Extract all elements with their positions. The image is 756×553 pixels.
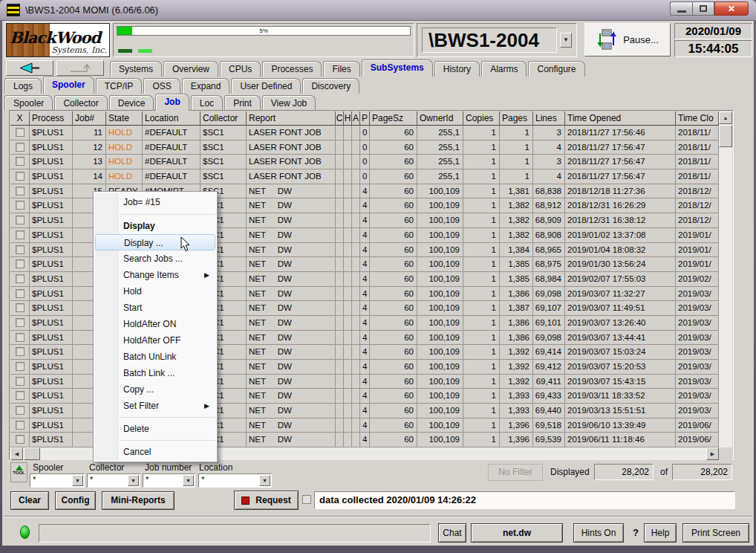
scroll-right-icon[interactable]: ▶ bbox=[706, 447, 719, 460]
row-checkbox[interactable] bbox=[16, 391, 25, 400]
pause-button[interactable]: Pause... bbox=[584, 23, 671, 56]
combo-dropdown-icon[interactable]: ▼ bbox=[259, 475, 270, 486]
column-header-x[interactable]: X bbox=[10, 111, 30, 126]
combo-dropdown-icon[interactable]: ▼ bbox=[183, 475, 194, 486]
column-header-pages[interactable]: Pages bbox=[500, 111, 533, 126]
row-checkbox[interactable] bbox=[16, 245, 25, 254]
column-header-time-opened[interactable]: Time Opened bbox=[565, 111, 676, 126]
filter-combo-location[interactable]: *▼ bbox=[198, 473, 272, 488]
row-checkbox[interactable] bbox=[16, 377, 25, 386]
tab-history[interactable]: History bbox=[434, 61, 480, 77]
vertical-scrollbar[interactable]: ▲ ▼ bbox=[719, 111, 732, 460]
row-checkbox[interactable] bbox=[16, 143, 25, 152]
help-button[interactable]: Help bbox=[644, 523, 677, 543]
row-checkbox[interactable] bbox=[16, 318, 25, 327]
chat-button[interactable]: Chat bbox=[438, 523, 466, 543]
menu-item-cancel[interactable]: Cancel bbox=[94, 444, 217, 460]
column-header-h[interactable]: H bbox=[344, 111, 352, 126]
menu-item-display[interactable]: Display bbox=[94, 218, 217, 234]
menu-item-search-jobs-[interactable]: Search Jobs ... bbox=[94, 250, 217, 267]
menu-item-batch-link-[interactable]: Batch Link ... bbox=[94, 365, 217, 381]
close-button[interactable]: ✕ bbox=[714, 1, 749, 16]
column-header-pagesz[interactable]: PageSz bbox=[370, 111, 417, 126]
column-header-ownerid[interactable]: OwnerId bbox=[417, 111, 463, 126]
menu-item-start[interactable]: Start bbox=[94, 300, 217, 316]
tab-view-job[interactable]: View Job bbox=[262, 95, 316, 111]
column-header-job-[interactable]: Job# bbox=[73, 111, 106, 126]
system-selector-dropdown-icon[interactable]: ▼ bbox=[560, 33, 572, 48]
tab-spooler[interactable]: Spooler bbox=[4, 95, 53, 111]
hints-on-button[interactable]: Hints On bbox=[573, 523, 624, 543]
row-checkbox[interactable] bbox=[16, 362, 25, 371]
tab-collector[interactable]: Collector bbox=[54, 95, 107, 111]
menu-item-set-filter[interactable]: Set Filter▶ bbox=[94, 398, 217, 414]
request-button[interactable]: Request bbox=[234, 491, 299, 510]
combo-dropdown-icon[interactable]: ▼ bbox=[72, 475, 83, 486]
table-row[interactable]: $PLUS113HOLD#DEFAULT$SC1LASER FONT JOB06… bbox=[10, 155, 719, 169]
row-checkbox[interactable] bbox=[16, 303, 25, 312]
tab-print[interactable]: Print bbox=[224, 95, 261, 111]
tab-cpus[interactable]: CPUs bbox=[220, 61, 261, 77]
row-checkbox[interactable] bbox=[16, 347, 25, 356]
tab-logs[interactable]: Logs bbox=[4, 78, 42, 94]
maximize-button[interactable] bbox=[692, 1, 714, 16]
tab-expand[interactable]: Expand bbox=[182, 78, 230, 94]
menu-item-holdafter-on[interactable]: HoldAfter ON bbox=[94, 316, 217, 332]
scroll-up-icon[interactable]: ▲ bbox=[719, 111, 732, 124]
branch-arrow-button[interactable] bbox=[56, 60, 104, 76]
tab-discovery[interactable]: Discovery bbox=[302, 78, 359, 94]
mini-reports-button[interactable]: Mini-Reports bbox=[102, 491, 175, 510]
clear-button[interactable]: Clear bbox=[10, 491, 49, 510]
tab-subsystems[interactable]: SubSystems bbox=[362, 59, 433, 77]
column-header-time-clo[interactable]: Time Clo bbox=[676, 111, 719, 126]
column-header-copies[interactable]: Copies bbox=[463, 111, 500, 126]
column-header-state[interactable]: State bbox=[106, 111, 143, 126]
filter-combo-job-number[interactable]: *▼ bbox=[143, 473, 195, 488]
netdw-button[interactable]: net.dw bbox=[471, 523, 563, 543]
row-checkbox[interactable] bbox=[16, 333, 25, 342]
menu-item-hold[interactable]: Hold bbox=[94, 283, 217, 300]
row-checkbox[interactable] bbox=[16, 406, 25, 415]
row-checkbox[interactable] bbox=[16, 230, 25, 239]
column-header-p[interactable]: P bbox=[360, 111, 370, 126]
tab-systems[interactable]: Systems bbox=[110, 61, 162, 77]
tab-overview[interactable]: Overview bbox=[163, 61, 218, 77]
column-header-process[interactable]: Process bbox=[30, 111, 73, 126]
no-filter-button[interactable]: No Filter bbox=[488, 464, 543, 481]
row-checkbox[interactable] bbox=[16, 259, 25, 268]
table-row[interactable]: $PLUS111HOLD#DEFAULT$SC1LASER FONT JOB06… bbox=[10, 126, 719, 140]
table-row[interactable]: $PLUS112HOLD#DEFAULT$SC1LASER FONT JOB06… bbox=[10, 140, 719, 155]
column-header-c[interactable]: C bbox=[336, 111, 344, 126]
scroll-left-icon[interactable]: ◀ bbox=[10, 447, 23, 460]
column-header-lines[interactable]: Lines bbox=[533, 111, 565, 126]
row-checkbox[interactable] bbox=[16, 421, 25, 430]
filter-combo-collector[interactable]: *▼ bbox=[87, 473, 140, 488]
row-checkbox[interactable] bbox=[16, 172, 25, 181]
tab-tcp-ip[interactable]: TCP/IP bbox=[96, 78, 143, 94]
row-checkbox[interactable] bbox=[16, 157, 25, 166]
menu-item-copy-[interactable]: Copy ... bbox=[94, 381, 217, 398]
system-selector-value[interactable]: \BWS1-2004 bbox=[422, 28, 557, 53]
row-checkbox[interactable] bbox=[16, 289, 25, 298]
row-checkbox[interactable] bbox=[16, 201, 25, 210]
row-checkbox[interactable] bbox=[16, 274, 25, 283]
request-checkbox[interactable] bbox=[302, 495, 311, 504]
column-header-report[interactable]: Report bbox=[247, 111, 336, 126]
menu-item-delete[interactable]: Delete bbox=[94, 421, 217, 437]
tab-user-defined[interactable]: User Defined bbox=[231, 78, 301, 94]
table-row[interactable]: $PLUS114HOLD#DEFAULT$SC1LASER FONT JOB06… bbox=[10, 169, 719, 184]
config-button[interactable]: Config bbox=[55, 491, 96, 510]
row-checkbox[interactable] bbox=[16, 216, 25, 224]
vertical-scroll-thumb[interactable] bbox=[719, 125, 732, 147]
tab-device[interactable]: Device bbox=[109, 95, 154, 111]
column-header-collector[interactable]: Collector bbox=[201, 111, 247, 126]
combo-dropdown-icon[interactable]: ▼ bbox=[128, 475, 139, 486]
tab-loc[interactable]: Loc bbox=[191, 95, 223, 111]
tab-spooler[interactable]: Spooler bbox=[43, 77, 94, 94]
menu-item-batch-unlink[interactable]: Batch UnLink bbox=[94, 349, 217, 365]
tool-tray-icon[interactable]: TOOL bbox=[10, 462, 27, 482]
tab-configure[interactable]: Configure bbox=[528, 61, 584, 77]
horizontal-scroll-thumb[interactable] bbox=[24, 447, 40, 460]
row-checkbox[interactable] bbox=[16, 435, 25, 444]
column-header-a[interactable]: A bbox=[352, 111, 360, 126]
